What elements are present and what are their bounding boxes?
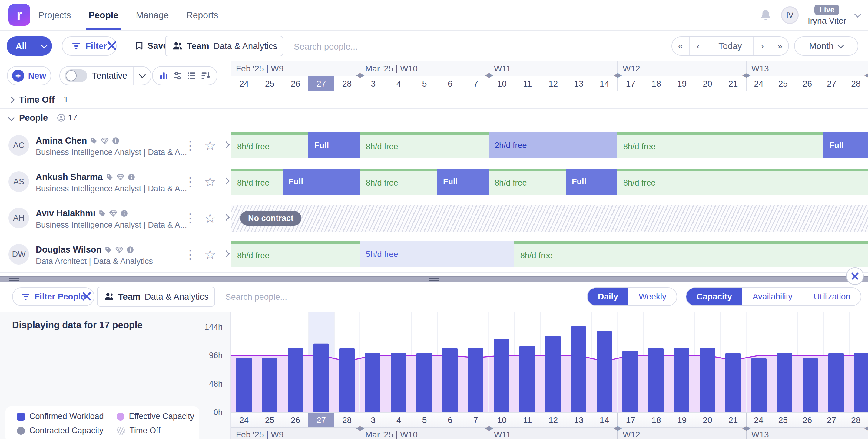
availability-segment[interactable]: 8h/d free [231, 241, 360, 267]
kebab-menu-icon[interactable]: ⋮ [184, 247, 196, 261]
day-cell[interactable]: 17 [618, 413, 644, 428]
availability-segment[interactable]: 8h/d free [617, 169, 868, 195]
day-cell[interactable]: 24 [747, 413, 771, 428]
nav-item-projects[interactable]: Projects [38, 0, 71, 30]
chevron-right-icon[interactable] [224, 215, 229, 221]
availability-segment[interactable]: Full [437, 169, 489, 195]
today-button[interactable]: Today [707, 37, 754, 55]
tab-daily[interactable]: Daily [588, 288, 628, 306]
tab-utilization[interactable]: Utilization [804, 288, 861, 306]
availability-segment[interactable]: 2h/d free [489, 132, 617, 158]
availability-segment[interactable]: Full [283, 169, 360, 195]
day-cell[interactable]: 27 [308, 76, 334, 91]
workload-bar[interactable] [236, 358, 252, 412]
week-resize-arrows-icon[interactable]: ◀▶ [356, 71, 363, 79]
workload-bar[interactable] [597, 331, 612, 412]
workload-bar[interactable] [262, 358, 277, 412]
search-input[interactable] [225, 288, 356, 306]
availability-segment[interactable]: 8h/d free [489, 169, 566, 195]
availability-segment[interactable]: 8h/d free [360, 132, 489, 158]
chevron-right-icon[interactable] [224, 179, 229, 185]
user-profile[interactable]: Live Iryna Viter [808, 4, 846, 26]
workload-bar[interactable] [700, 348, 715, 412]
availability-segment[interactable]: 8h/d free [617, 132, 823, 158]
workload-bar[interactable] [674, 348, 689, 412]
chart-view-icon[interactable] [159, 71, 169, 81]
workload-bar[interactable] [622, 351, 638, 412]
nav-item-people[interactable]: People [88, 0, 118, 30]
day-cell[interactable]: 26 [283, 76, 308, 91]
day-cell[interactable]: 24 [231, 413, 257, 428]
day-cell[interactable]: 27 [819, 413, 844, 428]
bell-icon[interactable] [759, 9, 772, 22]
workload-bar[interactable] [391, 353, 406, 412]
fast-back-button[interactable]: « [672, 37, 690, 55]
fast-forward-button[interactable]: » [771, 37, 788, 55]
week-resize-arrows-icon[interactable]: ◀▶ [614, 71, 620, 79]
tab-weekly[interactable]: Weekly [628, 288, 677, 306]
person-name[interactable]: Douglas Wilson [36, 245, 101, 255]
availability-segment[interactable]: 8h/d free [360, 169, 437, 195]
zoom-range-dropdown[interactable]: Month [794, 36, 858, 56]
person-name[interactable]: Aviv Halakhmi [36, 208, 95, 218]
tab-capacity[interactable]: Capacity [686, 288, 742, 306]
availability-segment[interactable]: Full [308, 132, 360, 158]
forward-button[interactable]: › [754, 37, 771, 55]
day-cell[interactable]: 6 [437, 76, 463, 91]
splitter-handle-icon[interactable] [9, 278, 20, 281]
team-filter-chip[interactable]: Team Data & Analytics [165, 36, 283, 56]
week-resize-arrows-icon[interactable]: ◀▶ [356, 425, 363, 432]
day-cell[interactable]: 18 [644, 413, 669, 428]
day-cell[interactable]: 20 [695, 413, 720, 428]
star-icon[interactable]: ☆ [204, 138, 216, 153]
day-cell[interactable]: 13 [566, 76, 592, 91]
week-resize-arrows-icon[interactable]: ◀▶ [614, 425, 620, 432]
close-panel-button[interactable] [846, 267, 864, 285]
week-resize-arrows-icon[interactable]: ◀▶ [742, 425, 749, 432]
save-button[interactable]: Save [135, 40, 168, 51]
user-avatar[interactable]: IV [781, 6, 799, 24]
all-filter-button[interactable]: All [7, 36, 52, 56]
workload-bar[interactable] [854, 353, 868, 412]
day-cell[interactable]: 10 [489, 76, 515, 91]
week-resize-arrows-icon[interactable]: ◀▶ [864, 71, 868, 79]
clear-filter-icon[interactable] [106, 40, 117, 51]
person-name[interactable]: Ankush Sharma [36, 172, 103, 182]
week-resize-arrows-icon[interactable]: ◀▶ [864, 425, 868, 432]
workload-bar[interactable] [519, 346, 535, 412]
day-cell[interactable]: 25 [771, 413, 795, 428]
tab-availability[interactable]: Availability [742, 288, 804, 306]
workload-bar[interactable] [751, 358, 767, 412]
list-view-icon[interactable] [187, 71, 196, 81]
day-cell[interactable]: 5 [411, 413, 437, 428]
tentative-toggle[interactable] [65, 69, 87, 82]
day-cell[interactable]: 4 [386, 76, 412, 91]
day-cell[interactable]: 19 [669, 413, 695, 428]
chevron-down-icon[interactable] [36, 45, 52, 48]
chevron-right-icon[interactable] [224, 251, 229, 257]
section-row-people[interactable]: People 17 [0, 109, 868, 127]
sliders-icon[interactable] [173, 71, 183, 81]
star-icon[interactable]: ☆ [204, 211, 216, 226]
workload-bar[interactable] [648, 348, 663, 412]
workload-bar[interactable] [442, 348, 458, 412]
nav-item-manage[interactable]: Manage [136, 0, 169, 30]
workload-bar[interactable] [803, 358, 818, 412]
day-cell[interactable]: 25 [257, 413, 283, 428]
workload-bar[interactable] [339, 348, 355, 412]
day-cell[interactable]: 27 [308, 413, 334, 428]
chevron-right-icon[interactable] [224, 142, 229, 148]
day-cell[interactable]: 26 [795, 76, 819, 91]
workload-bar[interactable] [545, 336, 561, 412]
week-resize-arrows-icon[interactable]: ◀▶ [485, 425, 492, 432]
week-resize-arrows-icon[interactable]: ◀▶ [742, 71, 749, 79]
sort-icon[interactable] [201, 71, 211, 81]
workload-bar[interactable] [468, 348, 484, 412]
day-cell[interactable]: 5 [411, 76, 437, 91]
day-cell[interactable]: 13 [566, 413, 592, 428]
workload-bar[interactable] [288, 348, 303, 412]
day-cell[interactable]: 27 [819, 76, 844, 91]
nav-item-reports[interactable]: Reports [186, 0, 218, 30]
availability-segment[interactable]: Full [823, 132, 868, 158]
day-cell[interactable]: 24 [747, 76, 771, 91]
